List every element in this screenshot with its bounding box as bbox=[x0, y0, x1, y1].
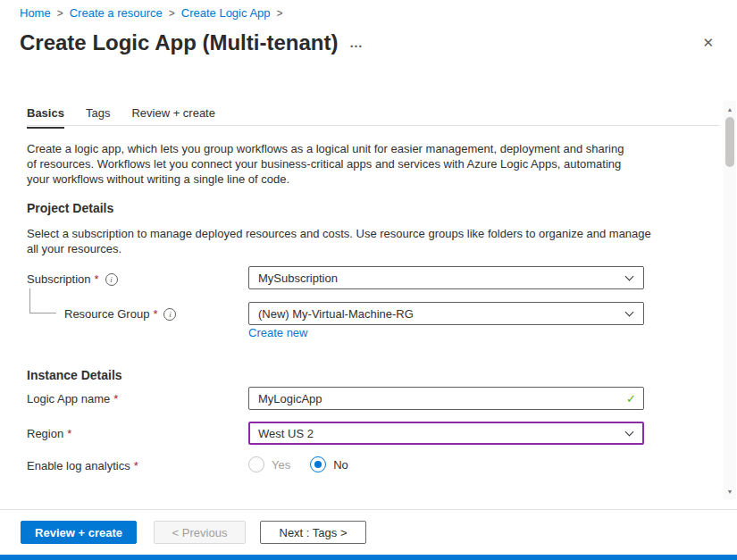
project-details-heading: Project Details bbox=[27, 201, 113, 215]
more-options-icon[interactable]: … bbox=[349, 35, 364, 50]
resource-group-dropdown[interactable]: (New) My-Virtual-Machine-RG bbox=[248, 302, 644, 325]
breadcrumb-create-logic-app[interactable]: Create Logic App bbox=[181, 6, 271, 20]
scrollbar[interactable]: ▲ ▼ bbox=[724, 101, 736, 499]
footer-divider bbox=[0, 509, 737, 510]
log-analytics-no-radio[interactable]: No bbox=[310, 456, 348, 472]
radio-label-yes: Yes bbox=[272, 458, 290, 472]
subscription-dropdown[interactable]: MySubscription bbox=[248, 266, 644, 289]
required-asterisk: * bbox=[67, 427, 71, 440]
review-create-button[interactable]: Review + create bbox=[21, 521, 137, 544]
logic-app-name-control: ✓ bbox=[248, 387, 644, 410]
breadcrumb: Home > Create a resource > Create Logic … bbox=[20, 6, 283, 20]
info-icon[interactable]: i bbox=[163, 308, 176, 321]
logic-app-name-label-text: Logic App name bbox=[27, 392, 110, 405]
region-control: West US 2 bbox=[248, 422, 644, 445]
close-icon[interactable]: ✕ bbox=[702, 35, 714, 51]
breadcrumb-home[interactable]: Home bbox=[20, 6, 51, 20]
chevron-down-icon bbox=[625, 428, 634, 437]
project-details-description: Select a subscription to manage deployed… bbox=[27, 226, 652, 256]
log-analytics-label-text: Enable log analytics bbox=[27, 459, 130, 472]
radio-circle-icon bbox=[310, 456, 326, 472]
subscription-control: MySubscription bbox=[248, 266, 644, 289]
page-title: Create Logic App (Multi-tenant) bbox=[20, 30, 338, 55]
create-logic-app-page: Home > Create a resource > Create Logic … bbox=[0, 0, 737, 560]
radio-circle-icon bbox=[248, 456, 264, 472]
instance-details-heading: Instance Details bbox=[27, 368, 122, 382]
next-tags-button[interactable]: Next : Tags > bbox=[260, 521, 366, 544]
log-analytics-yes-radio[interactable]: Yes bbox=[248, 456, 290, 472]
resource-group-label-text: Resource Group bbox=[64, 307, 149, 321]
radio-label-no: No bbox=[333, 458, 348, 472]
region-value: West US 2 bbox=[258, 427, 314, 440]
resource-group-value: (New) My-Virtual-Machine-RG bbox=[258, 307, 414, 321]
logic-app-name-label: Logic App name * bbox=[27, 392, 118, 405]
logic-app-name-input[interactable] bbox=[248, 387, 644, 410]
breadcrumb-separator: > bbox=[57, 7, 63, 20]
resource-group-control: (New) My-Virtual-Machine-RG bbox=[248, 302, 644, 325]
previous-button: < Previous bbox=[154, 521, 246, 544]
tree-connector-line bbox=[29, 288, 56, 313]
resource-group-label: Resource Group * i bbox=[64, 307, 176, 321]
scrollbar-thumb[interactable] bbox=[725, 117, 734, 167]
valid-check-icon: ✓ bbox=[626, 392, 636, 405]
chevron-down-icon bbox=[625, 308, 634, 317]
region-label-text: Region bbox=[27, 427, 63, 440]
log-analytics-radio-group: Yes No bbox=[248, 456, 348, 472]
required-asterisk: * bbox=[134, 459, 138, 472]
breadcrumb-create-a-resource[interactable]: Create a resource bbox=[70, 6, 163, 20]
subscription-value: MySubscription bbox=[258, 272, 338, 285]
info-icon[interactable]: i bbox=[105, 273, 118, 286]
intro-text: Create a logic app, which lets you group… bbox=[27, 141, 632, 187]
required-asterisk: * bbox=[95, 272, 99, 286]
region-dropdown[interactable]: West US 2 bbox=[248, 422, 644, 445]
subscription-label: Subscription * i bbox=[27, 272, 118, 286]
log-analytics-label: Enable log analytics * bbox=[27, 459, 138, 472]
required-asterisk: * bbox=[153, 307, 157, 321]
region-label: Region * bbox=[27, 427, 71, 440]
breadcrumb-separator: > bbox=[169, 7, 175, 20]
subscription-label-text: Subscription bbox=[27, 272, 91, 286]
scroll-up-icon[interactable]: ▲ bbox=[724, 103, 736, 115]
create-new-link[interactable]: Create new bbox=[248, 326, 307, 339]
required-asterisk: * bbox=[113, 392, 118, 405]
bottom-edge-bar bbox=[0, 555, 737, 560]
tab-divider bbox=[27, 125, 719, 126]
chevron-down-icon bbox=[625, 272, 634, 281]
scroll-down-icon[interactable]: ▼ bbox=[724, 485, 736, 497]
breadcrumb-separator: > bbox=[277, 7, 283, 20]
